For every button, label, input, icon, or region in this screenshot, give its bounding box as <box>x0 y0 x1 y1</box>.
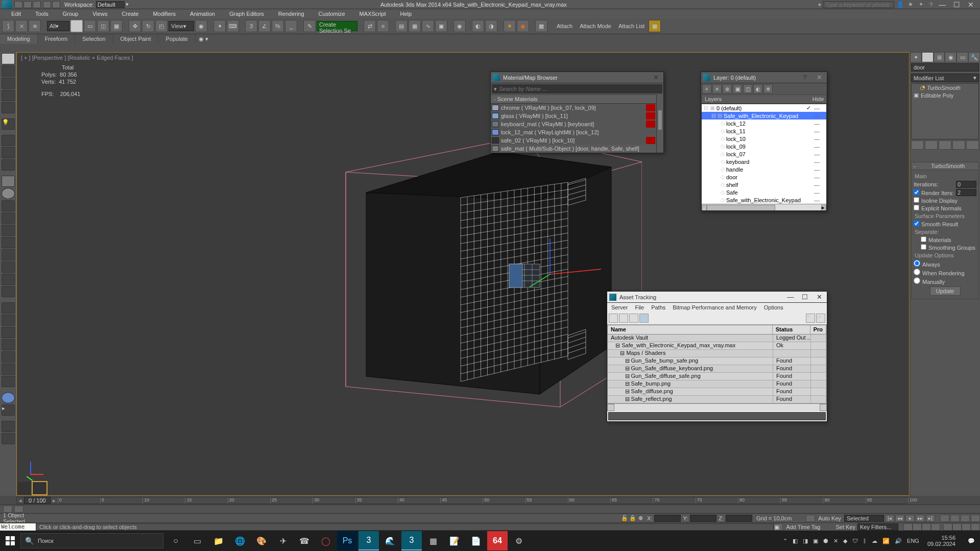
workspace-dropdown[interactable]: Default <box>96 1 125 8</box>
asset-row[interactable]: ⊟ Safe_diffuse.pngFound <box>608 388 826 396</box>
app-x64[interactable]: 64 <box>487 531 508 550</box>
at-menu-bitmap[interactable]: Bitmap Performance and Memory <box>673 304 756 310</box>
menu-animation[interactable]: Animation <box>183 10 222 18</box>
bake-icon[interactable]: ▩ <box>535 20 547 32</box>
menu-create[interactable]: Create <box>114 10 146 18</box>
minimize-button[interactable]: — <box>935 0 949 9</box>
layer-row[interactable]: ◇handle— <box>702 165 826 173</box>
at-min-icon[interactable]: — <box>785 293 796 302</box>
layer-del-icon[interactable]: ✕ <box>712 84 722 93</box>
lt-11[interactable] <box>2 315 15 326</box>
nav-pan-icon[interactable] <box>903 523 913 531</box>
tab-create-icon[interactable]: ✦ <box>910 52 922 62</box>
mmb-close-icon[interactable]: ✕ <box>650 73 661 82</box>
x-input[interactable] <box>654 515 681 522</box>
select-region-icon[interactable]: ◫ <box>97 20 109 32</box>
lt-16[interactable] <box>2 376 15 387</box>
lt-sphere-icon[interactable] <box>2 188 15 199</box>
keyfilters-drop[interactable]: Key Filters... <box>857 523 898 531</box>
mmb-scrollbar[interactable] <box>656 94 663 153</box>
tray-2[interactable]: ◨ <box>803 538 808 544</box>
asset-row[interactable]: ⊟ Maps / Shaders <box>608 350 826 357</box>
layer-new-icon[interactable]: + <box>702 84 711 93</box>
layer-row[interactable]: ◇lock_07— <box>702 150 826 158</box>
bind-icon[interactable]: ≋ <box>29 20 41 32</box>
stack-turbosmooth[interactable]: ◔TurboSmooth <box>918 84 978 91</box>
taskbar-search[interactable]: 🔍Поиск <box>20 533 163 548</box>
material-browser-window[interactable]: Material/Map Browser ✕ ▾ - Scene Materia… <box>490 71 664 153</box>
select-name-icon[interactable]: ▭ <box>84 20 96 32</box>
edit-selection-set-icon[interactable]: ✎ <box>303 20 316 32</box>
keyboard-shortcut-icon[interactable]: ⌨ <box>227 20 239 32</box>
update-manual-radio[interactable]: Manually <box>914 277 945 285</box>
menu-group[interactable]: Group <box>56 10 86 18</box>
lt-17[interactable] <box>2 392 15 403</box>
at-tb-opt-icon[interactable]: ⟳ <box>816 314 825 323</box>
lock-icon[interactable]: 🔓 <box>620 515 629 521</box>
tray-cloud-icon[interactable]: ☁ <box>872 538 877 544</box>
nav-2[interactable] <box>950 515 960 522</box>
angle-snap-icon[interactable]: ∠ <box>258 20 271 32</box>
material-editor-icon[interactable]: ◉ <box>453 20 466 32</box>
named-selection-input[interactable]: Create Selection Se <box>317 21 357 31</box>
save-icon[interactable] <box>33 1 41 8</box>
update-button[interactable]: Update <box>930 286 961 296</box>
at-close-icon[interactable]: ✕ <box>814 293 825 302</box>
tray-lang[interactable]: ENG <box>907 538 919 544</box>
sep-groups-check[interactable]: Smoothing Groups <box>921 244 975 251</box>
app-viber[interactable]: ☎ <box>294 531 315 550</box>
lock2-icon[interactable]: 🔒 <box>629 515 637 521</box>
make-unique-icon[interactable] <box>939 140 951 150</box>
move-icon[interactable]: ✥ <box>129 20 141 32</box>
iterations-spinner[interactable]: 0 <box>956 181 976 188</box>
modifier-list-dropdown[interactable]: Modifier List▾ <box>911 74 979 82</box>
object-name-input[interactable] <box>911 63 979 71</box>
lt-5[interactable] <box>2 135 15 146</box>
tab-hierarchy-icon[interactable]: ⊞ <box>934 52 945 62</box>
lt-plane-icon[interactable] <box>2 286 15 297</box>
tab-objectpaint[interactable]: Object Paint <box>113 34 159 44</box>
action-center-icon[interactable]: 💬 <box>963 531 980 551</box>
update-always-radio[interactable]: Always <box>914 260 940 268</box>
layer-manager-icon[interactable]: ▤ <box>395 20 408 32</box>
material-row[interactable]: safe_mat ( Multi/Sub-Object ) [door, han… <box>491 145 656 153</box>
app-3dsmax1[interactable]: 3 <box>358 531 379 550</box>
asset-row[interactable]: ⊟ Gun_Safe_bump_safe.pngFound <box>608 357 826 365</box>
nav-1[interactable] <box>940 515 949 522</box>
undo-icon[interactable] <box>43 1 51 8</box>
modifier-stack[interactable]: ◔TurboSmooth ▣Editable Poly <box>911 83 979 139</box>
tab-display-icon[interactable]: ▭ <box>957 52 968 62</box>
scale-icon[interactable]: ◰ <box>155 20 168 32</box>
app-notes[interactable]: 📝 <box>444 531 465 550</box>
lt-cyl-icon[interactable] <box>2 200 15 211</box>
trackbar-1[interactable] <box>3 506 12 513</box>
spinner-snap-icon[interactable]: ⎯ <box>285 20 297 32</box>
tray-vol-icon[interactable]: 🔊 <box>895 538 902 544</box>
tray-6[interactable]: ◆ <box>843 538 847 544</box>
tab-populate[interactable]: Populate <box>158 34 195 44</box>
tab-freeform[interactable]: Freeform <box>38 34 76 44</box>
app-explorer[interactable]: 📁 <box>208 531 229 550</box>
asset-grid[interactable]: Name Status Pro Autodesk VaultLogged Out… <box>607 325 827 404</box>
tab-motion-icon[interactable]: ◉ <box>945 52 957 62</box>
nav-7[interactable] <box>962 523 971 531</box>
material-row[interactable]: chrome ( VRayMtl ) [lock_07, lock_09] <box>491 104 656 112</box>
nav-3[interactable] <box>961 515 970 522</box>
menu-modifiers[interactable]: Modifiers <box>146 10 183 18</box>
layer-window[interactable]: Layer: 0 (default) ? ✕ + ✕ ⊕ ▣ ◫ ◐ ❄ Lay… <box>701 71 827 211</box>
at-menu-file[interactable]: File <box>635 304 644 310</box>
app-logo[interactable] <box>2 1 12 9</box>
material-row[interactable]: keyboard_mat ( VRayMtl ) [keyboard] <box>491 120 656 128</box>
maxscript-output[interactable]: Welcome to M <box>0 523 36 531</box>
attach-list-label[interactable]: Attach List <box>615 23 648 29</box>
tray-7[interactable]: 🛡 <box>852 538 858 544</box>
app-word[interactable]: 📄 <box>466 531 486 550</box>
lt-4[interactable] <box>2 102 15 113</box>
asset-row[interactable]: ⊟ Safe_reflect.pngFound <box>608 396 826 403</box>
layer-close-icon[interactable]: ✕ <box>814 73 825 82</box>
autokey-label[interactable]: Auto Key <box>816 515 843 521</box>
tab-utilities-icon[interactable]: 🔧 <box>968 52 980 62</box>
lt-14[interactable] <box>2 351 15 363</box>
maximize-button[interactable]: ☐ <box>949 0 964 9</box>
remove-modifier-icon[interactable] <box>952 140 965 150</box>
